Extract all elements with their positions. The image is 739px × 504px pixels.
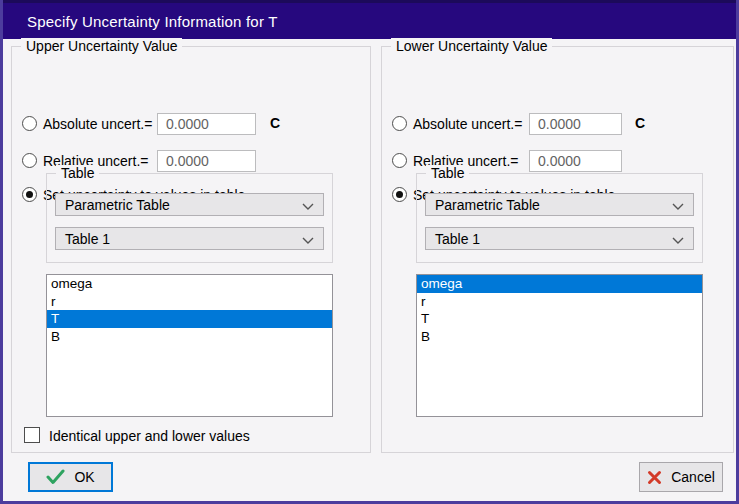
list-item[interactable]: T bbox=[47, 310, 332, 328]
cancel-button-label: Cancel bbox=[671, 469, 715, 485]
selected-table-type: Parametric Table bbox=[435, 197, 540, 213]
upper-absolute-radio[interactable] bbox=[22, 116, 37, 131]
selected-table-type: Parametric Table bbox=[65, 197, 170, 213]
upper-table-name-select[interactable]: Table 1 bbox=[55, 227, 324, 250]
upper-table-type-select[interactable]: Parametric Table bbox=[55, 193, 324, 216]
selected-table-name: Table 1 bbox=[435, 231, 480, 247]
lower-relative-input[interactable] bbox=[529, 150, 622, 172]
check-icon bbox=[46, 469, 65, 485]
ok-button-label: OK bbox=[74, 469, 94, 485]
list-item[interactable]: omega bbox=[417, 275, 702, 293]
ok-button[interactable]: OK bbox=[28, 462, 113, 492]
identical-checkbox-label[interactable]: Identical upper and lower values bbox=[49, 428, 250, 444]
chevron-down-icon bbox=[672, 197, 684, 213]
list-item[interactable]: B bbox=[47, 328, 332, 346]
lower-absolute-unit: C bbox=[635, 115, 645, 131]
cancel-button[interactable]: Cancel bbox=[639, 462, 723, 492]
list-item[interactable]: r bbox=[417, 293, 702, 311]
identical-checkbox[interactable] bbox=[24, 427, 40, 443]
group-title: Lower Uncertainty Value bbox=[391, 38, 552, 54]
window-title: Specify Uncertainty Information for T bbox=[0, 13, 278, 30]
table-group-title: Table bbox=[56, 165, 99, 181]
lower-absolute-input[interactable] bbox=[529, 113, 622, 135]
upper-relative-radio[interactable] bbox=[22, 153, 37, 168]
upper-relative-input[interactable] bbox=[157, 150, 256, 172]
chevron-down-icon bbox=[302, 197, 314, 213]
list-item[interactable]: omega bbox=[47, 275, 332, 293]
lower-table-type-select[interactable]: Parametric Table bbox=[425, 193, 694, 216]
upper-absolute-label: Absolute uncert.= bbox=[43, 116, 152, 132]
upper-table-radio[interactable] bbox=[22, 187, 37, 202]
table-group-title: Table bbox=[426, 165, 469, 181]
x-icon bbox=[647, 470, 662, 485]
lower-absolute-label: Absolute uncert.= bbox=[413, 116, 522, 132]
lower-relative-radio[interactable] bbox=[392, 153, 407, 168]
lower-table-name-select[interactable]: Table 1 bbox=[425, 227, 694, 250]
lower-uncertainty-group: Lower Uncertainty Value Absolute uncert.… bbox=[381, 46, 734, 453]
lower-table-radio[interactable] bbox=[392, 187, 407, 202]
lower-variable-listbox[interactable]: omega r T B bbox=[416, 274, 703, 417]
titlebar[interactable]: Specify Uncertainty Information for T bbox=[0, 0, 739, 39]
group-title: Upper Uncertainty Value bbox=[21, 38, 182, 54]
list-item[interactable]: B bbox=[417, 328, 702, 346]
specify-uncertainty-dialog: Specify Uncertainty Information for T Up… bbox=[0, 0, 739, 504]
lower-absolute-radio[interactable] bbox=[392, 116, 407, 131]
chevron-down-icon bbox=[302, 231, 314, 247]
selected-table-name: Table 1 bbox=[65, 231, 110, 247]
upper-table-group: Table Parametric Table Table 1 bbox=[46, 173, 333, 263]
list-item[interactable]: r bbox=[47, 293, 332, 311]
lower-table-group: Table Parametric Table Table 1 bbox=[416, 173, 703, 263]
list-item[interactable]: T bbox=[417, 310, 702, 328]
upper-variable-listbox[interactable]: omega r T B bbox=[46, 274, 333, 417]
upper-absolute-unit: C bbox=[270, 115, 280, 131]
upper-uncertainty-group: Upper Uncertainty Value Absolute uncert.… bbox=[11, 46, 371, 453]
upper-absolute-input[interactable] bbox=[157, 113, 256, 135]
chevron-down-icon bbox=[672, 231, 684, 247]
